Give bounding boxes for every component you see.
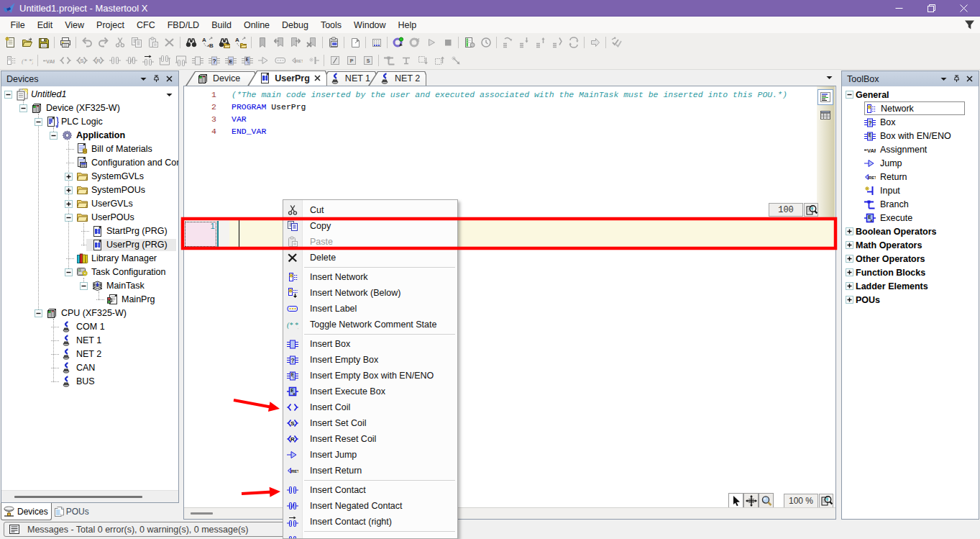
toolbox-group-function-blocks[interactable]: Function Blocks	[842, 266, 979, 279]
tree-expander-plus[interactable]	[846, 227, 853, 235]
toolbox-group-math-operators[interactable]: Math Operators	[842, 238, 979, 252]
close-button[interactable]	[948, 0, 980, 16]
tree-expander-plus[interactable]	[65, 186, 73, 194]
tree-row-bill-of-materials[interactable]: Bill of Materials	[1, 142, 178, 156]
toolbox-group-general[interactable]: General	[842, 88, 979, 101]
toolbar-button-insert-contact[interactable]	[106, 53, 123, 68]
devices-hscrollbar[interactable]	[1, 490, 178, 502]
view-tab-pous[interactable]: POUs	[52, 503, 92, 520]
toolbox-panel-close-button[interactable]	[963, 73, 976, 85]
menu-item-delete[interactable]: Delete	[283, 250, 457, 266]
toolbar-button-insert-network-above-2[interactable]	[431, 53, 447, 68]
toolbar-button-insert-set-coil[interactable]: S	[73, 53, 90, 68]
toolbar-button-open-project[interactable]	[19, 35, 35, 50]
menu-item-copy[interactable]: Copy	[283, 218, 457, 234]
tree-row-library-manager[interactable]: Library Manager	[1, 252, 178, 266]
toolbar-button-insert-empty-box-with-en-eno[interactable]: E?	[239, 53, 255, 68]
toolbox-item-assignment[interactable]: VARAssignment	[842, 142, 979, 156]
toolbar-button-insert-coil[interactable]	[57, 53, 73, 68]
menu-item-insert-reset-coil[interactable]: RInsert Reset Coil	[283, 431, 457, 447]
tree-expander-minus[interactable]	[65, 268, 73, 276]
toolbar-button-save-project[interactable]	[35, 35, 52, 50]
toolbar-button-redo[interactable]	[95, 35, 111, 50]
editor-hscrollbar[interactable]	[184, 507, 835, 519]
toolbox-item-box-with-en-eno[interactable]: E?Box with EN/ENO	[842, 129, 979, 142]
filter-button[interactable]	[962, 18, 976, 32]
tree-row-mainprg[interactable]: MainPrg	[1, 293, 178, 307]
network-number-cell[interactable]: 1	[184, 220, 218, 249]
menu-item-insert-network-below[interactable]: Insert Network (Below)	[283, 285, 457, 301]
tree-row-maintask[interactable]: MainTask	[1, 279, 178, 293]
tree-row-task-configuration[interactable]: Task Configuration	[1, 266, 178, 279]
toolbar-button-project-check[interactable]	[608, 35, 625, 50]
tab-overflow-icon[interactable]	[826, 76, 833, 80]
close-tab-icon[interactable]	[314, 75, 321, 81]
toolbar-button-insert-box-with-en-eno[interactable]: E	[222, 53, 239, 68]
menu-item-paste[interactable]: Paste	[283, 234, 457, 250]
menu-tools[interactable]: Tools	[314, 17, 347, 33]
devices-panel-dropdown-button[interactable]	[137, 73, 150, 85]
toolbar-button-insert-branch[interactable]	[381, 53, 398, 68]
tree-row-usergvls[interactable]: UserGVLs	[1, 197, 178, 211]
tree-expander-minus[interactable]	[35, 309, 42, 317]
toolbar-button-negation[interactable]	[326, 53, 343, 68]
menu-view[interactable]: View	[59, 17, 91, 33]
editor-tab-net-2[interactable]: NET 2	[368, 71, 426, 86]
menu-edit[interactable]: Edit	[31, 17, 59, 33]
ld-network-row[interactable]: 1	[184, 220, 834, 249]
toolbar-button-build[interactable]	[368, 35, 385, 50]
toolbar-button-replace[interactable]: AB	[199, 35, 216, 50]
toolbar-button-toggle-breakpoint[interactable]	[461, 35, 477, 50]
toolbar-button-insert-contact-right[interactable]	[139, 53, 156, 68]
toolbox-item-execute[interactable]: ExExecute	[842, 211, 979, 225]
pan-tool-button[interactable]	[743, 493, 759, 508]
menu-help[interactable]: Help	[392, 17, 423, 33]
tree-expander-plus[interactable]	[65, 173, 73, 181]
toolbar-button-stop[interactable]	[439, 35, 456, 50]
tree-expander-minus[interactable]	[846, 91, 853, 99]
toolbar-button-undo[interactable]	[78, 35, 95, 50]
toolbar-button-go[interactable]	[587, 35, 603, 50]
menu-item-partial-item[interactable]	[283, 533, 457, 539]
menu-item-insert-set-coil[interactable]: SInsert Set Coil	[283, 415, 457, 431]
tree-expander-minus[interactable]	[35, 118, 42, 126]
toolbox-group-pous[interactable]: POUs	[842, 293, 979, 307]
tree-expander-minus[interactable]	[19, 104, 27, 112]
toolbox-group-other-operators[interactable]: Other Operators	[842, 252, 979, 266]
declaration-editor[interactable]: 1(*The main code inserted by the user an…	[184, 86, 835, 217]
devices-panel-close-button[interactable]	[162, 73, 175, 85]
toolbar-button-watch-list[interactable]	[325, 35, 342, 50]
toolbar-button-flow-control[interactable]	[565, 35, 582, 50]
toolbar-button-previous-bookmark[interactable]	[270, 35, 287, 50]
menu-item-insert-network[interactable]: Insert Network	[283, 269, 457, 285]
menu-item-insert-empty-box-with-en-eno[interactable]: E?Insert Empty Box with EN/ENO	[283, 368, 457, 384]
menu-item-insert-jump[interactable]: Insert Jump	[283, 447, 457, 463]
toolbar-button-insert-return[interactable]: RET	[288, 53, 305, 68]
editor-tab-device[interactable]: Device	[186, 71, 256, 86]
toolbox-item-jump[interactable]: Jump	[842, 156, 979, 170]
menu-item-insert-contact-right[interactable]: Insert Contact (right)	[283, 514, 457, 530]
toolbar-button-insert-input[interactable]	[305, 53, 321, 68]
textual-view-button[interactable]	[818, 89, 833, 105]
tree-expander-plus[interactable]	[846, 282, 853, 290]
menu-item-insert-label[interactable]: Insert Label	[283, 301, 457, 317]
toolbar-button-insert-contact-parallel-above[interactable]	[173, 53, 189, 68]
menu-item-insert-execute-box[interactable]: ExInsert Execute Box	[283, 384, 457, 399]
devices-panel-pin-button[interactable]	[150, 73, 162, 85]
tree-expander-minus[interactable]	[65, 214, 73, 222]
menu-online[interactable]: Online	[237, 17, 275, 33]
menu-item-insert-empty-box[interactable]: ?Insert Empty Box	[283, 352, 457, 368]
tree-row-cpu-xf325-w[interactable]: CPU (XF325-W)	[1, 307, 178, 320]
menu-item-insert-contact[interactable]: Insert Contact	[283, 482, 457, 498]
toolbar-button-run-to-cursor[interactable]	[549, 35, 565, 50]
toolbar-button-paste[interactable]	[145, 35, 161, 50]
toolbox-panel-pin-button[interactable]	[950, 73, 963, 85]
toolbar-button-login[interactable]	[390, 35, 406, 50]
toolbar-button-step-into[interactable]	[516, 35, 532, 50]
maximize-button[interactable]	[915, 0, 948, 16]
toolbox-group-ladder-elements[interactable]: Ladder Elements	[842, 279, 979, 293]
toolbar-button-clear-bookmarks[interactable]	[303, 35, 320, 50]
toolbar-button-start[interactable]	[423, 35, 439, 50]
toolbar-button-replace-in-project[interactable]: A	[232, 35, 249, 50]
menu-project[interactable]: Project	[91, 17, 131, 33]
